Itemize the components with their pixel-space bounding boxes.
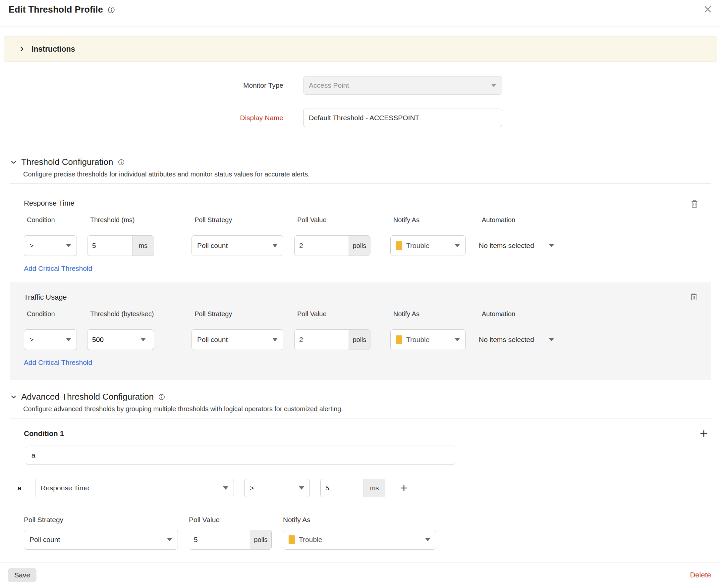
info-icon[interactable] [108, 6, 115, 14]
rule-attribute-select[interactable]: Response Time [35, 479, 234, 497]
column-headers: Condition Threshold (bytes/sec) Poll Str… [24, 310, 601, 322]
chevron-down-icon [140, 338, 146, 341]
chevron-down-icon [425, 538, 430, 541]
poll-value-input[interactable] [189, 530, 250, 549]
threshold-unit-select[interactable] [132, 330, 154, 350]
chevron-down-icon [167, 538, 172, 541]
automation-select[interactable]: No items selected [479, 235, 578, 256]
attribute-block-response-time: Response Time Condition Threshold (ms) P… [10, 199, 711, 272]
instructions-toggle[interactable]: Instructions [4, 37, 717, 62]
condition-expression-input[interactable] [26, 446, 455, 465]
automation-select[interactable]: No items selected [479, 330, 578, 350]
rule-value-input[interactable] [321, 479, 363, 497]
threshold-configuration-section: Threshold Configuration Configure precis… [10, 157, 711, 380]
notify-as-select[interactable]: Trouble [283, 530, 436, 550]
notify-as-label: Notify As [283, 516, 436, 524]
save-button[interactable]: Save [8, 568, 37, 582]
threshold-input[interactable] [87, 236, 132, 256]
info-icon[interactable] [118, 159, 125, 166]
poll-value-unit: polls [348, 236, 370, 256]
threshold-input-group [87, 330, 154, 350]
section-title: Advanced Threshold Configuration [21, 392, 154, 402]
monitor-type-label: Monitor Type [0, 81, 283, 89]
notify-as-select[interactable]: Trouble [390, 330, 465, 350]
poll-value-unit: polls [348, 330, 370, 350]
chevron-down-icon [455, 338, 460, 341]
threshold-configuration-toggle[interactable]: Threshold Configuration [11, 157, 711, 167]
add-rule-icon[interactable] [399, 483, 408, 492]
chevron-down-icon [455, 244, 460, 247]
trouble-status-swatch [396, 241, 402, 250]
trash-icon[interactable] [690, 292, 698, 301]
poll-value-input-group: polls [294, 330, 370, 350]
display-name-label: Display Name [0, 114, 283, 122]
threshold-input-group: ms [87, 235, 154, 256]
add-condition-icon[interactable] [699, 429, 708, 438]
poll-value-input-group: polls [189, 530, 272, 550]
rule-value-unit: ms [363, 479, 385, 497]
chevron-down-icon [11, 394, 17, 400]
rule-row: a Response Time > ms [18, 479, 711, 497]
notify-as-select[interactable]: Trouble [390, 235, 465, 256]
chevron-down-icon [491, 84, 496, 87]
dialog-footer: Save Delete [0, 563, 721, 588]
poll-value-input-group: polls [294, 235, 370, 256]
rule-operator-select[interactable]: > [244, 479, 310, 497]
divider [10, 418, 711, 419]
dialog-header: Edit Threshold Profile [0, 0, 721, 26]
chevron-down-icon [11, 159, 17, 165]
attribute-block-traffic-usage: Traffic Usage Condition Threshold (bytes… [10, 282, 711, 380]
delete-link[interactable]: Delete [690, 571, 711, 580]
trouble-status-swatch [288, 536, 295, 544]
chevron-down-icon [223, 486, 228, 490]
chevron-down-icon [66, 338, 71, 341]
trash-icon[interactable] [690, 200, 699, 208]
monitor-type-select[interactable]: Access Point [303, 76, 502, 95]
display-name-input[interactable] [303, 109, 502, 127]
condition-title: Condition 1 [24, 429, 64, 438]
poll-value-label: Poll Value [189, 516, 272, 524]
poll-value-input[interactable] [295, 236, 348, 256]
poll-value-unit: polls [250, 530, 272, 549]
rule-tag: a [18, 484, 25, 492]
condition-select[interactable]: > [24, 330, 77, 350]
threshold-input[interactable] [87, 330, 132, 350]
threshold-unit: ms [132, 236, 154, 256]
add-critical-threshold-link[interactable]: Add Critical Threshold [24, 265, 92, 272]
section-title: Threshold Configuration [21, 157, 113, 167]
close-icon[interactable] [703, 5, 713, 14]
condition-select[interactable]: > [24, 235, 77, 256]
chevron-down-icon [272, 338, 278, 341]
chevron-down-icon [66, 244, 71, 247]
section-description: Configure precise thresholds for individ… [23, 170, 711, 178]
section-description: Configure advanced thresholds by groupin… [23, 405, 711, 413]
chevron-down-icon [299, 486, 304, 490]
advanced-threshold-section: Advanced Threshold Configuration Configu… [10, 392, 711, 550]
page-title: Edit Threshold Profile [8, 5, 103, 15]
poll-strategy-select[interactable]: Poll count [24, 530, 178, 550]
chevron-right-icon [19, 46, 25, 52]
instructions-label: Instructions [32, 45, 75, 54]
add-critical-threshold-link[interactable]: Add Critical Threshold [24, 359, 92, 366]
rule-value-input-group: ms [320, 479, 385, 497]
attribute-name: Response Time [24, 199, 711, 208]
column-headers: Condition Threshold (ms) Poll Strategy P… [24, 216, 601, 228]
attribute-name: Traffic Usage [24, 293, 697, 301]
poll-strategy-select[interactable]: Poll count [192, 235, 283, 256]
poll-strategy-label: Poll Strategy [24, 516, 178, 524]
chevron-down-icon [549, 338, 554, 341]
poll-value-input[interactable] [295, 330, 348, 350]
info-icon[interactable] [158, 394, 165, 400]
profile-form: Monitor Type Access Point Display Name [0, 76, 721, 127]
chevron-down-icon [272, 244, 278, 247]
advanced-threshold-toggle[interactable]: Advanced Threshold Configuration [11, 392, 711, 402]
trouble-status-swatch [396, 335, 402, 344]
chevron-down-icon [549, 244, 554, 247]
poll-strategy-select[interactable]: Poll count [192, 330, 283, 350]
